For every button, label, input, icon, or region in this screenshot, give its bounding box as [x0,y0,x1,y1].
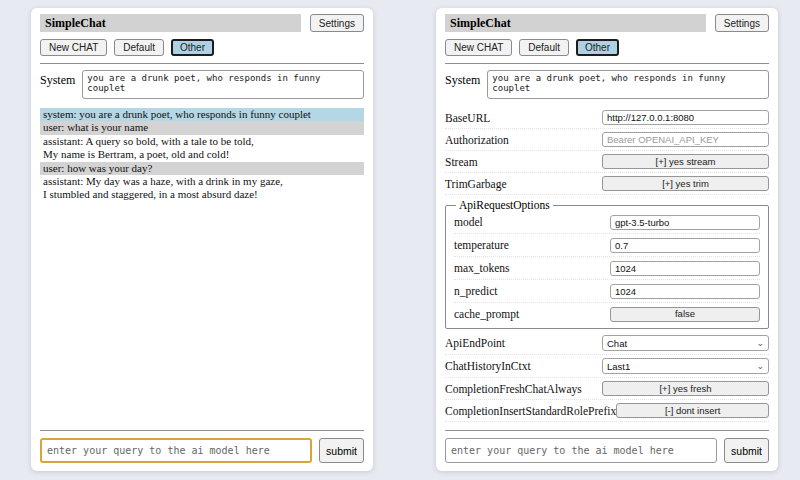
setting-row-apiendpoint: ApiEndPoint Chat ⌄ [445,332,769,355]
chevron-down-icon: ⌄ [756,362,764,370]
authorization-input[interactable] [602,132,769,147]
system-prompt-label: System [445,70,480,88]
new-chat-button[interactable]: New CHAT [445,39,512,56]
setting-row-authorization: Authorization [445,129,769,151]
new-chat-button[interactable]: New CHAT [40,39,107,56]
chevron-down-icon: ⌄ [756,339,764,347]
baseurl-input[interactable] [602,110,769,125]
system-prompt-label: System [40,70,75,88]
n-predict-label: n_predict [454,285,497,297]
max-tokens-input[interactable] [610,261,760,276]
setting-row-completion-fresh: CompletionFreshChatAlways [+] yes fresh [445,378,769,400]
setting-row-n-predict: n_predict [454,280,760,303]
chathistory-selected-value: Last1 [607,361,630,372]
setting-row-trimgarbage: TrimGarbage [+] yes trim [445,173,769,195]
chat-message-list: system: you are a drunk poet, who respon… [40,108,364,202]
setting-row-stream: Stream [+] yes stream [445,151,769,173]
temperature-input[interactable] [610,238,760,253]
settings-form: BaseURL Authorization Stream [+] yes str… [445,107,769,422]
session-tab-default[interactable]: Default [114,39,164,56]
chat-message-user: user: how was your day? [40,162,364,175]
cache-prompt-label: cache_prompt [454,308,519,320]
apiendpoint-select[interactable]: Chat ⌄ [602,335,769,351]
api-request-options-fieldset: ApiRequestOptions model temperature max_… [445,199,769,329]
query-divider [40,430,364,431]
max-tokens-label: max_tokens [454,262,510,274]
session-toolbar: New CHAT Default Other [445,39,769,56]
title-bar: SimpleChat Settings [40,14,364,32]
title-bar: SimpleChat Settings [445,14,769,32]
trimgarbage-label: TrimGarbage [445,178,507,190]
setting-row-chathistory: ChatHistoryInCtxt Last1 ⌄ [445,355,769,378]
submit-button[interactable]: submit [319,438,364,463]
query-divider [445,430,769,431]
chat-message-assistant: assistant: A query so bold, with a tale … [40,135,364,162]
model-input[interactable] [610,215,760,230]
model-label: model [454,216,483,228]
system-prompt-row: System you are a drunk poet, who respond… [40,70,364,99]
header-divider [445,63,769,64]
session-tab-other[interactable]: Other [171,39,214,56]
completion-fresh-toggle-button[interactable]: [+] yes fresh [602,381,769,396]
setting-row-model: model [454,211,760,234]
chat-message-system: system: you are a drunk poet, who respon… [40,108,364,121]
settings-button[interactable]: Settings [715,14,769,32]
chat-panel: SimpleChat Settings New CHAT Default Oth… [31,8,373,471]
setting-row-cache-prompt: cache_prompt false [454,303,760,325]
session-tab-default[interactable]: Default [519,39,569,56]
system-prompt-row: System you are a drunk poet, who respond… [445,70,769,99]
cache-prompt-toggle-button[interactable]: false [610,307,760,322]
n-predict-input[interactable] [610,284,760,299]
setting-row-max-tokens: max_tokens [454,257,760,280]
completion-insert-toggle-button[interactable]: [-] dont insert [616,403,769,418]
query-row: submit [40,438,364,463]
query-input[interactable] [40,438,312,463]
page-title: SimpleChat [445,14,706,32]
query-row: submit [445,438,769,463]
temperature-label: temperature [454,239,509,251]
settings-panel: SimpleChat Settings New CHAT Default Oth… [436,8,778,471]
page-title: SimpleChat [40,14,301,32]
completion-fresh-label: CompletionFreshChatAlways [445,383,582,395]
apiendpoint-selected-value: Chat [607,338,627,349]
apiendpoint-label: ApiEndPoint [445,337,505,349]
stream-toggle-button[interactable]: [+] yes stream [602,154,769,169]
submit-button[interactable]: submit [724,438,769,463]
chat-empty-space [40,202,364,430]
chat-message-user: user: what is your name [40,121,364,134]
chat-message-assistant: assistant: My day was a haze, with a dri… [40,175,364,202]
settings-button[interactable]: Settings [310,14,364,32]
session-toolbar: New CHAT Default Other [40,39,364,56]
settings-empty-space [445,422,769,430]
chathistory-select[interactable]: Last1 ⌄ [602,358,769,374]
header-divider [40,63,364,64]
completion-insert-label: CompletionInsertStandardRolePrefix [445,405,616,417]
authorization-label: Authorization [445,134,509,146]
session-tab-other[interactable]: Other [576,39,619,56]
setting-row-temperature: temperature [454,234,760,257]
query-input[interactable] [445,438,717,463]
setting-row-baseurl: BaseURL [445,107,769,129]
setting-row-completion-insert: CompletionInsertStandardRolePrefix [-] d… [445,400,769,422]
api-request-options-legend: ApiRequestOptions [456,199,553,211]
baseurl-label: BaseURL [445,112,490,124]
trimgarbage-toggle-button[interactable]: [+] yes trim [602,176,769,191]
chathistory-label: ChatHistoryInCtxt [445,360,531,372]
system-prompt-textarea[interactable]: you are a drunk poet, who responds in fu… [82,70,364,99]
stream-label: Stream [445,156,478,168]
system-prompt-textarea[interactable]: you are a drunk poet, who responds in fu… [487,70,769,99]
